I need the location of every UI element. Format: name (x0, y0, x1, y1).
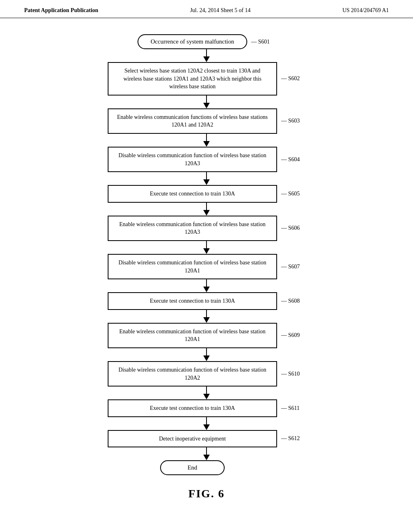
step-s606-row: Enable wireless communication function o… (96, 216, 317, 241)
step-s602-box: Select wireless base station 120A2 close… (108, 62, 277, 96)
step-s601-id: — S601 (251, 39, 275, 45)
step-s605-box: Execute test connection to train 130A (108, 185, 277, 203)
step-s607-label: Disable wireless communication function … (119, 260, 267, 274)
figure-label: FIG. 6 (188, 487, 225, 500)
step-s610-id: — S610 (281, 371, 305, 377)
step-s612-id: — S612 (281, 435, 305, 442)
step-s605-row: Execute test connection to train 130A — … (96, 185, 317, 203)
step-s601-box: Occurrence of system malfunction (138, 34, 247, 49)
step-s606-box: Enable wireless communication function o… (108, 216, 277, 241)
step-s611-row: Execute test connection to train 130A — … (96, 399, 317, 417)
step-s604-id: — S604 (281, 156, 305, 163)
header-patent-number: US 2014/204769 A1 (342, 7, 389, 14)
step-s606-label: Enable wireless communication function o… (119, 221, 266, 235)
step-s605-label: Execute test connection to train 130A (150, 191, 235, 197)
step-s609-id: — S609 (281, 332, 305, 339)
arrow-3 (203, 134, 210, 147)
step-s608-label: Execute test connection to train 130A (150, 298, 235, 304)
arrow-6 (203, 241, 210, 254)
arrow-4 (203, 172, 210, 185)
step-s601-label: Occurrence of system malfunction (150, 38, 234, 45)
step-s607-box: Disable wireless communication function … (108, 254, 277, 279)
arrow-2 (203, 96, 210, 108)
arrow-11 (203, 417, 210, 430)
arrow-9 (203, 348, 210, 361)
arrow-5 (203, 203, 210, 216)
step-s601-row: Occurrence of system malfunction — S601 (96, 34, 317, 49)
step-s612-row: Detect inoperative equipment — S612 (96, 430, 317, 448)
step-s611-label: Execute test connection to train 130A (150, 405, 235, 411)
step-s603-label: Enable wireless communication functions … (117, 114, 268, 128)
flowchart: Occurrence of system malfunction — S601 … (24, 34, 389, 475)
step-s609-row: Enable wireless communication function o… (96, 323, 317, 348)
step-s603-id: — S603 (281, 118, 305, 124)
step-s612-label: Detect inoperative equipment (159, 436, 226, 442)
step-s610-label: Disable wireless communication function … (119, 367, 267, 381)
step-s602-label: Select wireless base station 120A2 close… (123, 68, 261, 89)
arrow-8 (203, 310, 210, 323)
step-s602-row: Select wireless base station 120A2 close… (96, 62, 317, 96)
step-s608-id: — S608 (281, 298, 305, 304)
step-s609-box: Enable wireless communication function o… (108, 323, 277, 348)
page-header: Patent Application Publication Jul. 24, … (0, 0, 413, 18)
header-publication-label: Patent Application Publication (24, 7, 98, 14)
step-s611-box: Execute test connection to train 130A (108, 399, 277, 417)
step-s610-row: Disable wireless communication function … (96, 361, 317, 387)
main-content: Occurrence of system malfunction — S601 … (0, 18, 413, 508)
step-s603-row: Enable wireless communication functions … (96, 108, 317, 134)
step-s606-id: — S606 (281, 225, 305, 231)
step-end-row: End (96, 460, 317, 475)
arrow-12 (203, 447, 210, 460)
step-s612-box: Detect inoperative equipment (108, 430, 277, 448)
header-date-sheet: Jul. 24, 2014 Sheet 5 of 14 (190, 7, 250, 14)
step-s602-id: — S602 (281, 75, 305, 82)
step-s611-id: — S611 (281, 405, 305, 411)
arrow-1 (203, 49, 210, 62)
step-s607-row: Disable wireless communication function … (96, 254, 317, 279)
step-s610-box: Disable wireless communication function … (108, 361, 277, 387)
step-s604-box: Disable wireless communication function … (108, 147, 277, 172)
arrow-10 (203, 387, 210, 399)
step-s604-row: Disable wireless communication function … (96, 147, 317, 172)
step-s605-id: — S605 (281, 191, 305, 197)
step-s604-label: Disable wireless communication function … (119, 152, 267, 166)
step-s607-id: — S607 (281, 264, 305, 270)
step-end-label: End (188, 464, 197, 471)
step-s603-box: Enable wireless communication functions … (108, 108, 277, 134)
step-end-box: End (160, 460, 225, 475)
arrow-7 (203, 279, 210, 292)
step-s609-label: Enable wireless communication function o… (119, 328, 266, 343)
step-s608-row: Execute test connection to train 130A — … (96, 292, 317, 310)
step-s608-box: Execute test connection to train 130A (108, 292, 277, 310)
